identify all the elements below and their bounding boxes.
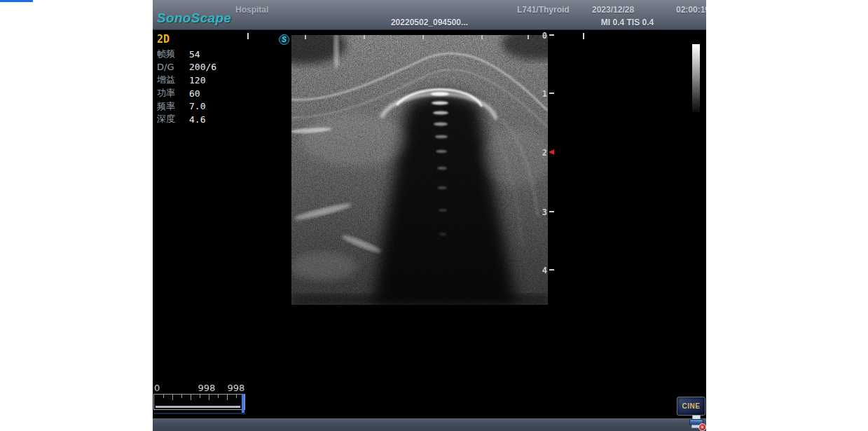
cine-progress-bar	[156, 406, 240, 408]
header-bar: SonoScape Hospital L741/Thyroid 2023/12/…	[153, 0, 706, 30]
param-value: 7.0	[189, 101, 205, 111]
cine-tick	[163, 395, 164, 398]
ruler-tick	[528, 35, 529, 39]
exam-time: 02:00:19	[676, 5, 706, 15]
param-label: D/G	[157, 62, 189, 72]
cine-tick	[172, 395, 173, 400]
browser-accent-line	[0, 0, 33, 2]
parameter-panel: 2D 帧频 54 D/G 200/6 增益 120 功率 60 频率 7.0	[157, 33, 248, 126]
ruler-tick	[481, 35, 483, 39]
param-value: 54	[189, 49, 200, 60]
ruler-tick	[583, 33, 584, 39]
cine-scale-label: 0	[154, 383, 160, 393]
param-row: 功率 60	[157, 87, 248, 100]
depth-tick-label: 4	[535, 266, 547, 275]
ultrasound-screen: SonoScape Hospital L741/Thyroid 2023/12/…	[153, 0, 706, 431]
depth-tick-label: 3	[535, 207, 547, 217]
mode-label: 2D	[157, 33, 248, 46]
cine-tick	[191, 395, 191, 400]
cine-tick	[236, 395, 237, 398]
param-value: 120	[189, 75, 205, 85]
depth-tick	[549, 34, 554, 36]
cine-tick	[209, 395, 209, 400]
cine-tick	[200, 395, 200, 398]
focus-position-marker-icon[interactable]	[549, 149, 554, 155]
exam-date: 2023/12/28	[592, 5, 634, 15]
ruler-tick	[422, 35, 424, 39]
param-row: 帧频 54	[157, 48, 248, 61]
param-row: 深度 4.6	[157, 113, 248, 126]
ruler-tick	[364, 35, 365, 39]
param-label: 帧频	[157, 48, 189, 60]
cine-position-marker[interactable]	[242, 394, 244, 413]
ruler-tick	[247, 33, 249, 39]
depth-tick	[549, 211, 554, 212]
ruler-tick	[305, 35, 306, 39]
mi-tis-readout: MI 0.4 TIS 0.4	[580, 18, 675, 27]
cine-tick	[218, 395, 219, 398]
cine-ruler-underline	[153, 413, 246, 414]
hospital-name: Hospital	[235, 5, 268, 15]
cine-scale-label: 998	[221, 383, 252, 393]
depth-tick-label: 2	[535, 148, 547, 158]
param-label: 功率	[157, 87, 189, 100]
cine-tick	[181, 395, 182, 398]
status-bar	[153, 418, 706, 431]
cine-button[interactable]: CINE	[677, 397, 705, 416]
printer-status-icon[interactable]: ×	[689, 415, 705, 430]
cine-scale-label: 998	[191, 383, 222, 393]
depth-tick-label: 0	[535, 31, 547, 41]
param-value: 4.6	[189, 114, 205, 125]
cine-loop-ruler[interactable]	[153, 394, 245, 410]
screenshot-page: SonoScape Hospital L741/Thyroid 2023/12/…	[0, 0, 868, 431]
depth-tick	[549, 93, 554, 94]
ultrasound-image	[291, 35, 548, 305]
param-label: 增益	[157, 74, 189, 86]
param-label: 深度	[157, 113, 189, 125]
param-row: 频率 7.0	[157, 100, 248, 113]
param-value: 60	[189, 88, 200, 99]
param-label: 频率	[157, 100, 189, 113]
grayscale-map-bar	[692, 44, 700, 112]
probe-preset: L741/Thyroid	[517, 5, 570, 15]
cine-tick	[227, 395, 228, 400]
param-value: 200/6	[189, 62, 216, 72]
depth-tick-label: 1	[535, 89, 547, 99]
sonoscape-s-watermark-icon: S	[279, 34, 289, 45]
printer-error-badge-icon: ×	[698, 423, 706, 431]
depth-tick	[549, 269, 554, 271]
param-row: 增益 120	[157, 74, 248, 87]
param-row: D/G 200/6	[157, 61, 248, 74]
